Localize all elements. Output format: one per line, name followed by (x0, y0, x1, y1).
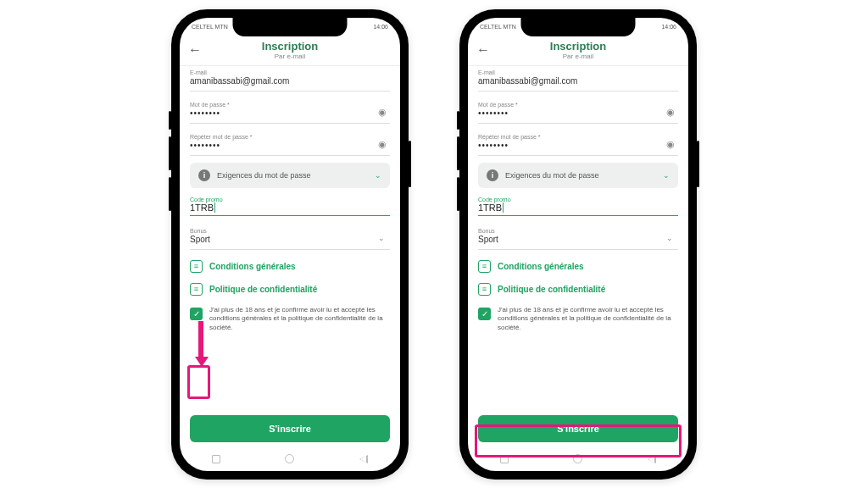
consent-row: ✓ J'ai plus de 18 ans et je confirme avo… (190, 306, 390, 333)
chevron-down-icon: ⌄ (375, 171, 381, 180)
privacy-label: Politique de confidentialité (209, 285, 317, 294)
android-nav-bar (468, 447, 688, 471)
password-requirements-toggle[interactable]: i Exigences du mot de passe ⌄ (190, 163, 390, 188)
consent-text: J'ai plus de 18 ans et je confirme avoir… (209, 306, 390, 333)
eye-icon[interactable]: ◉ (666, 139, 675, 150)
notch (233, 18, 348, 36)
chevron-down-icon: ⌄ (663, 171, 670, 180)
back-icon[interactable] (648, 455, 656, 463)
phone-left: CELTEL MTN 14:06 ← Inscription Par e-mai… (171, 9, 409, 480)
home-icon[interactable] (285, 454, 294, 463)
recent-apps-icon[interactable] (500, 455, 509, 463)
notch (521, 18, 636, 36)
app-header: ← Inscription Par e-mail (180, 36, 400, 66)
promo-code-field[interactable]: Code promo 1TRB (478, 197, 678, 216)
email-field[interactable]: E-mail amanibassabi@gmail.com (190, 66, 390, 92)
privacy-link[interactable]: ≡ Politique de confidentialité (478, 283, 678, 296)
carrier-label: CELTEL MTN (192, 24, 228, 30)
recent-apps-icon[interactable] (212, 455, 220, 463)
bonus-select[interactable]: Bonus Sport ⌄ (478, 225, 678, 250)
email-value: amanibassabi@gmail.com (190, 76, 390, 86)
signup-button[interactable]: S'inscrire (478, 415, 678, 442)
eye-icon[interactable]: ◉ (666, 107, 675, 118)
document-icon: ≡ (478, 260, 491, 273)
promo-label: Code promo (190, 197, 390, 202)
password-requirements-toggle[interactable]: i Exigences du mot de passe ⌄ (478, 163, 678, 188)
password-field[interactable]: Mot de passe * •••••••• ◉ (190, 98, 390, 124)
email-label: E-mail (190, 69, 390, 75)
info-icon: i (198, 169, 210, 181)
bonus-value: Sport (190, 235, 390, 244)
info-icon: i (487, 169, 498, 181)
chevron-down-icon: ⌄ (378, 234, 385, 242)
clock-label: 14:06 (373, 24, 388, 30)
page-title: Inscription (188, 40, 392, 53)
repeat-password-field[interactable]: Répéter mot de passe * •••••••• ◉ (190, 130, 390, 156)
bonus-select[interactable]: Bonus Sport ⌄ (190, 225, 390, 250)
back-icon[interactable] (359, 455, 368, 463)
repeat-label: Répéter mot de passe * (190, 134, 390, 140)
terms-label: Conditions générales (209, 262, 296, 271)
eye-icon[interactable]: ◉ (378, 139, 387, 150)
terms-link[interactable]: ≡ Conditions générales (478, 260, 678, 273)
text-cursor (214, 202, 215, 213)
bonus-label: Bonus (190, 228, 390, 234)
document-icon: ≡ (190, 260, 203, 273)
signup-button[interactable]: S'inscrire (190, 415, 390, 442)
consent-checkbox[interactable]: ✓ (190, 308, 203, 320)
app-header: ← Inscription Par e-mail (468, 36, 688, 66)
document-icon: ≡ (478, 283, 491, 296)
clock-label: 14:06 (661, 24, 676, 30)
promo-value: 1TRB (190, 202, 214, 213)
password-value: •••••••• (190, 108, 390, 118)
consent-checkbox[interactable]: ✓ (478, 308, 491, 320)
document-icon: ≡ (190, 283, 203, 296)
terms-link[interactable]: ≡ Conditions générales (190, 260, 390, 273)
repeat-value: •••••••• (190, 141, 390, 150)
repeat-password-field[interactable]: Répéter mot de passe * •••••••• ◉ (478, 130, 678, 156)
promo-code-field[interactable]: Code promo 1TRB (190, 197, 390, 216)
android-nav-bar (180, 447, 400, 471)
requirements-label: Exigences du mot de passe (217, 171, 311, 180)
password-label: Mot de passe * (190, 102, 390, 108)
consent-row: ✓ J'ai plus de 18 ans et je confirme avo… (478, 306, 678, 333)
chevron-down-icon: ⌄ (666, 234, 673, 242)
page-title: Inscription (476, 40, 680, 53)
carrier-label: CELTEL MTN (480, 24, 516, 30)
home-icon[interactable] (573, 454, 582, 463)
eye-icon[interactable]: ◉ (378, 107, 387, 118)
password-field[interactable]: Mot de passe * •••••••• ◉ (478, 98, 678, 124)
phone-right: CELTEL MTN 14:06 ← Inscription Par e-mai… (459, 9, 697, 480)
page-subtitle: Par e-mail (476, 53, 680, 60)
page-subtitle: Par e-mail (188, 53, 392, 60)
email-field[interactable]: E-mail amanibassabi@gmail.com (478, 66, 678, 92)
privacy-link[interactable]: ≡ Politique de confidentialité (190, 283, 390, 296)
